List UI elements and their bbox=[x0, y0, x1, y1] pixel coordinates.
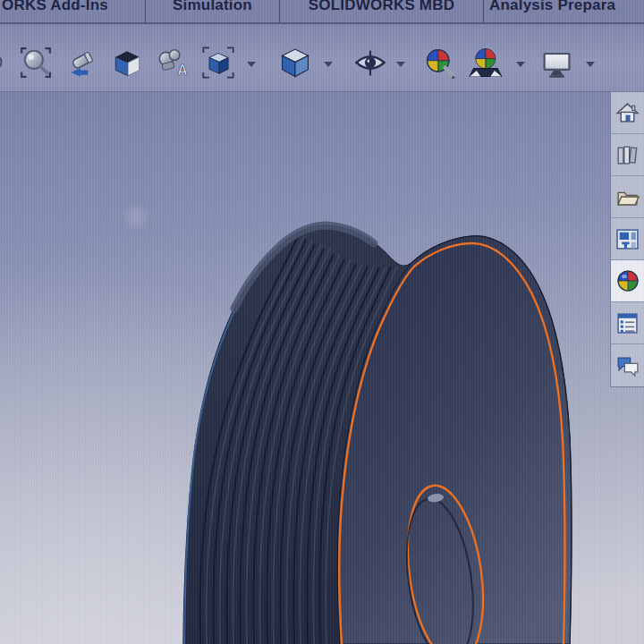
home-icon bbox=[615, 101, 640, 125]
section-view-button[interactable] bbox=[107, 42, 147, 83]
folder-icon bbox=[615, 185, 640, 209]
hide-show-items-button[interactable] bbox=[351, 42, 390, 83]
task-pane-tab-design-library[interactable] bbox=[611, 134, 644, 176]
solidworks-window: ORKS Add-Ins Simulation SOLIDWORKS MBD A… bbox=[0, 0, 644, 644]
view-orientation-button[interactable] bbox=[199, 42, 238, 83]
zoom-to-area-button[interactable] bbox=[16, 42, 55, 83]
edit-appearance-icon bbox=[422, 45, 458, 80]
tab-label: Simulation bbox=[173, 0, 252, 16]
heads-up-toolbar: A bbox=[0, 22, 644, 92]
beachball-icon bbox=[615, 268, 640, 293]
previous-view-button[interactable] bbox=[63, 42, 102, 83]
section-view-icon bbox=[110, 46, 144, 80]
task-pane-tab-resources[interactable] bbox=[611, 92, 644, 134]
edit-appearance-button[interactable] bbox=[420, 42, 460, 83]
tab-solidworks-mbd[interactable]: SOLIDWORKS MBD bbox=[279, 0, 483, 22]
display-style-dropdown[interactable] bbox=[324, 62, 333, 67]
viewport-3d[interactable] bbox=[0, 0, 644, 644]
zoom-to-area-icon bbox=[19, 46, 53, 80]
property-form-icon bbox=[615, 311, 640, 335]
tab-analysis-preparation[interactable]: Analysis Prepara bbox=[483, 0, 644, 22]
command-manager-tabbar: ORKS Add-Ins Simulation SOLIDWORKS MBD A… bbox=[0, 0, 644, 24]
chat-bubbles-icon bbox=[615, 353, 640, 377]
task-pane-tab-view-palette[interactable] bbox=[611, 218, 644, 260]
screen-smudge bbox=[126, 207, 146, 226]
view-settings-icon bbox=[538, 45, 574, 80]
tab-solidworks-add-ins[interactable]: ORKS Add-Ins bbox=[0, 0, 145, 22]
drawing-views-icon bbox=[615, 227, 640, 251]
tab-label: Analysis Prepara bbox=[489, 0, 615, 16]
apply-scene-icon bbox=[469, 45, 504, 80]
hide-show-items-dropdown[interactable] bbox=[396, 62, 405, 67]
task-pane-tab-file-explorer[interactable] bbox=[611, 176, 644, 218]
apply-scene-button[interactable] bbox=[467, 42, 506, 83]
view-orientation-icon bbox=[200, 45, 236, 80]
annotation-views-button[interactable]: A bbox=[152, 42, 191, 83]
view-orientation-dropdown[interactable] bbox=[247, 62, 256, 67]
task-pane-tab-appearances[interactable] bbox=[611, 260, 644, 302]
books-icon bbox=[615, 143, 640, 167]
spool-model[interactable] bbox=[183, 225, 572, 644]
task-pane-tab-forum[interactable] bbox=[611, 344, 644, 386]
display-style-icon bbox=[277, 45, 313, 80]
task-pane-tab-custom-properties[interactable] bbox=[611, 302, 644, 344]
view-settings-dropdown[interactable] bbox=[586, 62, 595, 67]
display-style-button[interactable] bbox=[275, 42, 315, 83]
zoom-to-fit-icon bbox=[0, 47, 9, 79]
task-pane bbox=[610, 91, 644, 387]
zoom-to-fit-button[interactable] bbox=[0, 42, 9, 83]
apply-scene-dropdown[interactable] bbox=[516, 62, 525, 67]
previous-view-icon bbox=[65, 46, 99, 80]
tab-label: ORKS Add-Ins bbox=[2, 0, 108, 16]
tab-simulation[interactable]: Simulation bbox=[145, 0, 279, 22]
annotation-views-icon: A bbox=[155, 46, 189, 80]
tab-label: SOLIDWORKS MBD bbox=[309, 0, 454, 16]
svg-text:A: A bbox=[177, 63, 188, 78]
view-settings-button[interactable] bbox=[537, 42, 576, 83]
hide-show-items-icon bbox=[352, 45, 388, 80]
